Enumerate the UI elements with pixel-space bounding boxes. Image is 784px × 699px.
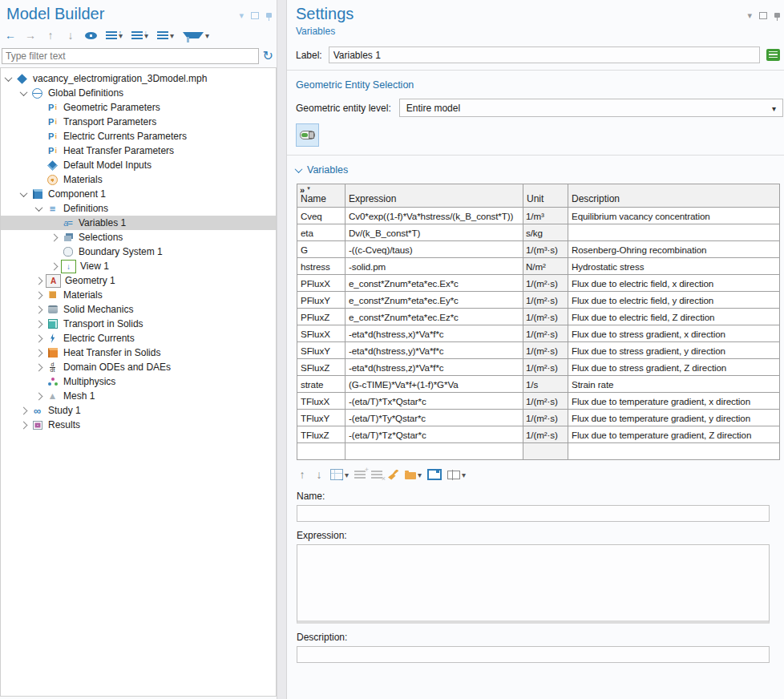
column-header-unit[interactable]: Unit [523,184,568,208]
tree-item[interactable]: Selections [1,230,276,244]
variable-row[interactable]: SFluxX-eta*d(hstress,x)*Va*f*c1/(m²·s)Fl… [297,325,780,342]
cell-name[interactable]: strate [297,376,346,393]
cell-unit[interactable]: 1/(m²·s) [523,342,568,359]
tree-item[interactable]: Variables 1 [1,216,276,230]
tree-item[interactable]: vacancy_electromigration_3Dmodel.mph [1,71,276,86]
cell-unit[interactable]: 1/s [523,376,568,393]
cell-expression[interactable]: -solid.pm [346,258,523,275]
tree-item[interactable]: Definitions [1,201,276,216]
cell-description[interactable] [568,443,780,460]
variable-row[interactable]: PFluxZe_const*Znum*eta*ec.Ez*c1/(m²·s)Fl… [297,309,780,325]
name-input[interactable] [297,505,770,522]
tree-expander-icon[interactable] [35,291,43,299]
tree-item[interactable]: Transport Parameters [1,115,276,129]
node-text-button[interactable] [157,30,174,41]
tree-item[interactable]: Mesh 1 [1,389,276,403]
variable-row[interactable]: strate(G-cTIME)*Va*f+(1-f)*G*Va1/sStrain… [297,376,780,393]
tree-expander-icon[interactable] [20,189,28,197]
row-up-button[interactable] [297,468,308,481]
cell-description[interactable]: Flux due to electric field, Z direction [568,309,780,325]
tree-item[interactable]: Electric Currents [1,331,276,345]
tree-item[interactable]: Electric Currents Parameters [1,129,276,143]
cell-expression[interactable]: -eta*d(hstress,z)*Va*f*c [346,359,523,376]
cell-unit[interactable]: 1/(m²·s) [523,410,568,426]
cell-unit[interactable]: N/m² [523,258,568,275]
dropdown-caret-icon[interactable] [345,469,349,480]
label-input[interactable] [329,46,760,63]
cell-expression[interactable]: Dv/(k_B_const*T) [346,224,523,241]
description-input[interactable] [297,646,770,663]
cell-expression[interactable]: -((c-Cveq)/taus) [346,241,523,258]
tree-item[interactable]: Geometric Parameters [1,100,276,115]
active-selection-toggle-button[interactable] [296,123,319,147]
tree-item[interactable]: Heat Transfer in Solids [1,345,276,360]
cell-expression[interactable]: -eta*d(hstress,x)*Va*f*c [346,325,523,342]
cell-name[interactable]: PFluxZ [297,309,346,325]
cell-description[interactable]: Flux due to temperature gradient, x dire… [568,393,780,410]
cell-expression[interactable]: Cv0*exp((1-f)*Va*hstress/(k_B_const*T)) [346,208,523,224]
pin-icon[interactable] [774,13,780,18]
dropdown-caret-icon[interactable] [205,30,209,41]
tree-item[interactable]: Solid Mechanics [1,302,276,317]
tree-expander-icon[interactable] [35,320,43,328]
cell-unit[interactable]: 1/(m²·s) [523,426,568,443]
float-panel-icon[interactable] [251,12,259,19]
cell-description[interactable]: Hydrostatic stress [568,258,780,275]
move-up-button[interactable] [45,29,56,42]
cell-unit[interactable]: 1/(m³·s) [523,241,568,258]
variable-row[interactable] [297,443,780,460]
filter-input[interactable] [2,48,259,64]
cell-unit[interactable]: 1/(m²·s) [523,325,568,342]
cell-expression[interactable] [346,443,523,460]
cell-expression[interactable]: (G-cTIME)*Va*f+(1-f)*G*Va [346,376,523,393]
cell-name[interactable] [297,443,346,460]
cell-unit[interactable]: 1/m³ [523,208,568,224]
cell-expression[interactable]: e_const*Znum*eta*ec.Ex*c [346,275,523,292]
tree-item[interactable]: Materials [1,288,276,302]
filter-button[interactable] [183,30,209,41]
tree-item[interactable]: Study 1 [1,403,276,418]
create-form-button[interactable] [766,49,780,61]
variable-row[interactable]: SFluxZ-eta*d(hstress,z)*Va*f*c1/(m²·s)Fl… [297,359,780,376]
cell-unit[interactable]: 1/(m²·s) [523,292,568,309]
variable-row[interactable]: TFluxY-(eta/T)*Ty*Qstar*c1/(m²·s)Flux du… [297,410,780,426]
column-header-name[interactable]: Name [297,184,346,208]
variable-row[interactable]: G-((c-Cveq)/taus)1/(m³·s)Rosenberg-Ohrin… [297,241,780,258]
cell-description[interactable] [568,224,780,241]
tree-expander-icon[interactable] [35,349,43,357]
tree-expander-icon[interactable] [20,406,28,414]
pin-icon[interactable] [266,13,272,18]
tree-expander-icon[interactable] [35,363,43,371]
dropdown-caret-icon[interactable] [170,30,174,41]
cell-description[interactable]: Flux due to stress gradient, Z direction [568,359,780,376]
tree-item[interactable]: Boundary System 1 [1,244,276,259]
save-button[interactable] [427,469,442,480]
expand-table-icon[interactable] [300,184,308,196]
tree-expander-icon[interactable] [35,305,43,313]
variable-row[interactable]: TFluxZ-(eta/T)*Tz*Qstar*c1/(m²·s)Flux du… [297,426,780,443]
cell-unit[interactable]: s/kg [523,224,568,241]
cell-expression[interactable]: -eta*d(hstress,y)*Va*f*c [346,342,523,359]
cell-name[interactable]: TFluxY [297,410,346,426]
cell-unit[interactable]: 1/(m²·s) [523,309,568,325]
cell-description[interactable]: Flux due to temperature gradient, Z dire… [568,426,780,443]
edit-button[interactable] [447,469,466,480]
cell-description[interactable]: Rosenberg-Ohring recombination [568,241,780,258]
tree-item[interactable]: Materials [1,172,276,187]
cell-name[interactable]: Cveq [297,208,346,224]
tree-expander-icon[interactable] [35,392,43,400]
cell-expression[interactable]: e_const*Znum*eta*ec.Ey*c [346,292,523,309]
cell-description[interactable]: Strain rate [568,376,780,393]
variable-row[interactable]: etaDv/(k_B_const*T)s/kg [297,224,780,241]
show-button[interactable] [85,32,97,39]
variable-row[interactable]: SFluxY-eta*d(hstress,y)*Va*f*c1/(m²·s)Fl… [297,342,780,359]
cell-name[interactable]: PFluxX [297,275,346,292]
cell-unit[interactable]: 1/(m²·s) [523,275,568,292]
delete-row-button[interactable] [371,471,382,479]
tree-expander-icon[interactable] [51,233,59,241]
variable-row[interactable]: PFluxXe_const*Znum*eta*ec.Ex*c1/(m²·s)Fl… [297,275,780,292]
tree-expander-icon[interactable] [35,277,43,285]
cell-description[interactable]: Flux due to electric field, y direction [568,292,780,309]
tree-expander-icon[interactable] [20,88,28,96]
row-down-button[interactable] [313,468,325,481]
